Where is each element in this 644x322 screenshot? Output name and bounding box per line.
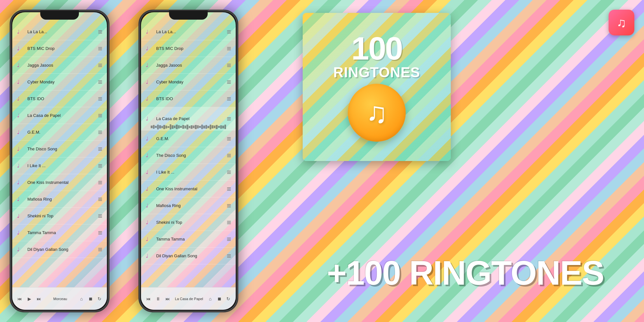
song-menu-icon[interactable]: [98, 80, 102, 84]
song-menu-icon[interactable]: [98, 47, 102, 50]
menu-dot: [227, 173, 231, 174]
waveform-bar: [180, 126, 182, 128]
song-name: I Like It ...: [156, 170, 224, 175]
song-item[interactable]: ♩La La La...: [141, 24, 236, 40]
waveform-bar: [151, 126, 153, 128]
waveform-bar: [214, 126, 216, 128]
song-menu-icon[interactable]: [98, 131, 102, 134]
menu-dot: [227, 99, 231, 99]
song-item[interactable]: ♩G.E.M.: [12, 124, 107, 141]
song-item[interactable]: ♩G.E.M.: [141, 130, 236, 147]
song-menu-icon[interactable]: [98, 114, 102, 117]
song-menu-icon[interactable]: [227, 254, 231, 258]
song-menu-icon[interactable]: [227, 30, 231, 33]
waveform-bar: [191, 125, 193, 129]
waveform-bar: [161, 126, 163, 128]
music-note-button[interactable]: ♫: [348, 84, 406, 142]
song-item[interactable]: ♩Shekini ni Top: [141, 214, 236, 231]
waveform-bar: [224, 125, 226, 129]
repeat-btn-right[interactable]: ↻: [225, 295, 232, 302]
rewind-btn-left[interactable]: ⏮: [16, 295, 23, 302]
stop-btn-left[interactable]: ⏹: [87, 295, 94, 302]
song-name: Tamma Tamma: [156, 237, 224, 242]
player-bar-right[interactable]: ⏮ ⏸ ⏭ La Casa de Papel ⌂ ⏹ ↻: [141, 287, 236, 310]
waveform-bar: [178, 125, 180, 128]
forward-btn-right[interactable]: ⏭: [164, 295, 171, 302]
song-menu-icon[interactable]: [98, 231, 102, 234]
song-item[interactable]: ♩The Disco Song: [141, 147, 236, 164]
menu-dot: [227, 30, 231, 31]
song-menu-icon[interactable]: [98, 64, 102, 67]
song-menu-icon[interactable]: [227, 204, 231, 207]
player-right-right: ⌂ ⏹ ↻: [207, 295, 232, 302]
song-item[interactable]: ♩BTS IDO: [141, 90, 236, 107]
song-item[interactable]: ♩La La La...: [12, 24, 107, 40]
song-menu-icon[interactable]: [98, 248, 102, 251]
song-item[interactable]: ♩One Kiss Instrumental: [141, 181, 236, 197]
music-note-icon: ♩: [17, 29, 24, 35]
song-item[interactable]: ♩Mafiosa Ring: [12, 191, 107, 208]
song-menu-icon[interactable]: [227, 80, 231, 84]
music-note-icon: ♩: [146, 62, 152, 69]
menu-dot: [227, 47, 231, 48]
song-menu-icon[interactable]: [98, 164, 102, 167]
song-item[interactable]: ♩Cyber Monday: [141, 74, 236, 90]
song-item[interactable]: ♩Dil Diyan Gallan Song: [12, 241, 107, 258]
song-menu-icon[interactable]: [227, 154, 231, 157]
song-item[interactable]: ♩Cyber Monday: [12, 74, 107, 90]
song-item[interactable]: ♩La Casa de Papel: [141, 107, 236, 130]
song-item[interactable]: ♩La Casa de Papel: [12, 107, 107, 124]
app-icon[interactable]: ♫: [609, 10, 634, 35]
song-menu-icon[interactable]: [98, 147, 102, 151]
repeat-btn-left[interactable]: ↻: [96, 295, 103, 302]
mute-button-right: [138, 62, 139, 75]
song-menu-icon[interactable]: [227, 97, 231, 100]
song-item[interactable]: ♩I Like It ...: [12, 157, 107, 174]
menu-dot: [227, 238, 231, 238]
song-item[interactable]: ♩One Kiss Instrumental: [12, 174, 107, 191]
rewind-btn-right[interactable]: ⏮: [145, 295, 152, 302]
forward-btn-left[interactable]: ⏭: [35, 295, 43, 302]
song-menu-icon[interactable]: [227, 117, 231, 120]
home-btn-right[interactable]: ⌂: [207, 295, 214, 302]
song-item[interactable]: ♩Jagga Jasoos: [12, 57, 107, 74]
song-name: Shekini ni Top: [156, 220, 224, 225]
song-item[interactable]: ♩The Disco Song: [12, 141, 107, 157]
song-menu-icon[interactable]: [98, 214, 102, 218]
song-menu-icon[interactable]: [98, 198, 102, 201]
song-menu-icon[interactable]: [227, 238, 231, 241]
song-item[interactable]: ♩Shekini ni Top: [12, 208, 107, 224]
menu-dot: [98, 132, 102, 133]
song-item[interactable]: ♩Dil Diyan Gallan Song: [141, 248, 236, 264]
song-item[interactable]: ♩Mafiosa Ring: [141, 197, 236, 214]
music-note-icon: ♩: [146, 116, 152, 122]
phone-notch-right: [169, 11, 208, 20]
song-name: Tamma Tamma: [27, 230, 96, 235]
song-item[interactable]: ♩Tamma Tamma: [141, 231, 236, 248]
song-menu-icon[interactable]: [227, 171, 231, 174]
song-menu-icon[interactable]: [227, 47, 231, 50]
home-btn-left[interactable]: ⌂: [78, 295, 85, 302]
song-menu-icon[interactable]: [227, 187, 231, 191]
music-note-icon: ♩: [17, 146, 24, 152]
stop-btn-right[interactable]: ⏹: [216, 295, 223, 302]
song-menu-icon[interactable]: [227, 137, 231, 140]
play-btn-left[interactable]: ▶: [26, 295, 33, 302]
player-bar-left[interactable]: ⏮ ▶ ⏭ Morceau ⌂ ⏹ ↻: [12, 287, 107, 310]
pause-btn-right[interactable]: ⏸: [155, 295, 162, 302]
song-item[interactable]: ♩BTS MIC Drop: [141, 40, 236, 57]
song-menu-icon[interactable]: [98, 30, 102, 33]
song-item[interactable]: ♩BTS MIC Drop: [12, 40, 107, 57]
song-item[interactable]: ♩I Like It ...: [141, 164, 236, 181]
music-note-icon: ♩: [146, 236, 152, 242]
song-menu-icon[interactable]: [227, 64, 231, 67]
song-item[interactable]: ♩Jagga Jasoos: [141, 57, 236, 74]
song-item[interactable]: ♩Tamma Tamma: [12, 224, 107, 241]
song-menu-icon[interactable]: [98, 97, 102, 100]
song-menu-icon[interactable]: [98, 181, 102, 184]
menu-dot: [227, 207, 231, 207]
volume-button-left: [109, 81, 109, 101]
song-menu-icon[interactable]: [227, 221, 231, 224]
song-item[interactable]: ♩BTS IDO: [12, 90, 107, 107]
menu-dot: [98, 64, 102, 64]
